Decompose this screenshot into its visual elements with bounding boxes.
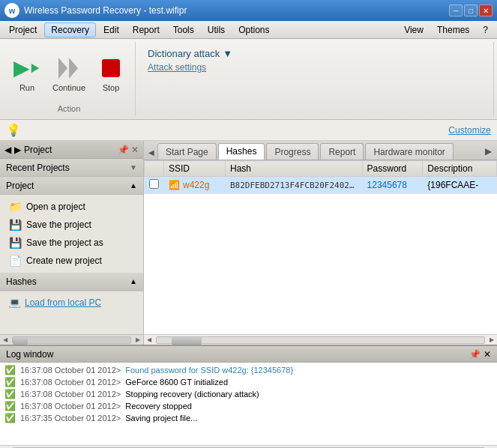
create-new-project-item[interactable]: 📄 Create new project — [0, 252, 143, 270]
load-icon: 💻 — [9, 297, 20, 308]
log-success-icon-4: ✅ — [4, 413, 16, 423]
menu-item-report[interactable]: Report — [127, 22, 166, 37]
menu-item-edit[interactable]: Edit — [97, 22, 125, 37]
load-from-pc-item[interactable]: 💻 Load from local PC — [0, 294, 143, 311]
h-scroll-left-btn[interactable]: ◀ — [144, 336, 154, 343]
panel-header: ◀ ▶ Project 📌 ✕ — [0, 141, 143, 159]
continue-button[interactable]: Continue — [48, 52, 90, 95]
row-checkbox-input[interactable] — [149, 179, 159, 189]
log-time-0: 16:37:08 October 01 2012> — [20, 366, 121, 375]
menu-item-recovery[interactable]: Recovery — [44, 22, 96, 37]
table-container[interactable]: SSID Hash Password Description 📶 w422g — [144, 160, 497, 334]
scroll-right-btn[interactable]: ▶ — [133, 336, 143, 344]
log-close-icon[interactable]: ✕ — [484, 349, 491, 360]
log-time-1: 16:37:08 October 01 2012> — [20, 378, 121, 387]
left-panel-scrollbar[interactable]: ◀ ▶ — [0, 334, 143, 345]
svg-rect-3 — [102, 59, 120, 77]
table-row[interactable]: 📶 w422g B82DFEBD2713F4FCB20F2402F0CD0...… — [145, 177, 497, 194]
maximize-button[interactable]: □ — [464, 4, 478, 16]
table-header-row: SSID Hash Password Description — [145, 161, 497, 177]
continue-icon — [55, 55, 82, 82]
row-checkbox[interactable] — [145, 177, 164, 194]
tab-hardware-monitor[interactable]: Hardware monitor — [365, 143, 453, 160]
open-project-item[interactable]: 📁 Open a project — [0, 198, 143, 216]
data-table: SSID Hash Password Description 📶 w422g — [144, 160, 497, 194]
run-button[interactable]: Run — [9, 52, 45, 95]
log-entry-2: ✅ 16:37:08 October 01 2012> Stopping rec… — [3, 388, 494, 400]
project-section-header[interactable]: Project ▲ — [0, 177, 143, 195]
svg-marker-0 — [31, 63, 40, 72]
minimize-button[interactable]: ─ — [449, 4, 463, 16]
tab-nav-next[interactable]: ▶ — [481, 143, 496, 160]
menu-item-help[interactable]: ? — [477, 22, 494, 37]
log-msg-2: Stopping recovery (dictionary attack) — [125, 390, 259, 399]
menu-item-project[interactable]: Project — [3, 22, 43, 37]
log-entry-4: ✅ 16:37:35 October 01 2012> Saving proje… — [3, 412, 494, 424]
scroll-left-btn[interactable]: ◀ — [0, 336, 10, 344]
log-time-2: 16:37:08 October 01 2012> — [20, 390, 121, 399]
h-scroll-right-btn[interactable]: ▶ — [487, 336, 497, 343]
project-section-content: 📁 Open a project 💾 Save the project 💾 Sa… — [0, 195, 143, 273]
recent-projects-arrow: ▼ — [130, 163, 137, 172]
hashes-section-content: 💻 Load from local PC — [0, 291, 143, 314]
recent-projects-label: Recent Projects — [6, 163, 70, 173]
hint-icon: 💡 — [6, 123, 21, 137]
wifi-icon: 📶 — [169, 180, 180, 190]
col-ssid: SSID — [164, 161, 226, 177]
menu-item-utils[interactable]: Utils — [202, 22, 231, 37]
panel-pin-icon[interactable]: 📌 — [118, 145, 129, 155]
tab-report[interactable]: Report — [320, 143, 364, 160]
stop-icon — [97, 55, 124, 82]
tab-nav-prev[interactable]: ◀ — [145, 145, 157, 160]
panel-nav-forward[interactable]: ▶ — [14, 145, 21, 155]
attack-settings-link[interactable]: Attack settings — [148, 62, 484, 73]
stop-button[interactable]: Stop — [93, 52, 129, 95]
col-checkbox — [145, 161, 164, 177]
save-project-label: Save the project — [26, 220, 91, 230]
new-project-icon: 📄 — [9, 255, 22, 267]
customize-label[interactable]: Customize — [448, 125, 491, 136]
save-project-as-item[interactable]: 💾 Save the project as — [0, 234, 143, 252]
attack-group: Dictionary attack ▼ Attack settings — [139, 42, 494, 116]
log-entry-1: ✅ 16:37:08 October 01 2012> GeForce 8600… — [3, 376, 494, 388]
h-scroll-track — [156, 336, 485, 344]
scroll-thumb[interactable] — [13, 337, 28, 345]
h-scroll-thumb[interactable] — [172, 337, 202, 345]
tab-progress[interactable]: Progress — [266, 143, 319, 160]
panel-title: Project — [24, 145, 52, 155]
row-hash: B82DFEBD2713F4FCB20F2402F0CD0... — [225, 177, 362, 194]
log-title: Log window — [6, 349, 53, 360]
log-h-scrollbar[interactable]: ◀ ▶ — [0, 445, 497, 448]
menu-item-options[interactable]: Options — [232, 22, 275, 37]
action-group: Run Continue Stop Action — [3, 42, 136, 116]
attack-dropdown-arrow[interactable]: ▼ — [223, 48, 232, 59]
panel-close-icon[interactable]: ✕ — [131, 145, 139, 155]
tab-start-page[interactable]: Start Page — [157, 143, 217, 160]
app-icon: w — [4, 3, 19, 18]
table-h-scrollbar[interactable]: ◀ ▶ — [144, 334, 497, 345]
window-controls: ─ □ ✕ — [449, 4, 493, 16]
recent-projects-header[interactable]: Recent Projects ▼ — [0, 159, 143, 177]
main-content: ◀ ▶ Project 📌 ✕ Recent Projects ▼ Projec… — [0, 141, 497, 345]
load-from-pc-label: Load from local PC — [25, 297, 101, 308]
menu-item-view[interactable]: View — [398, 22, 430, 37]
log-msg-1: GeForce 8600 GT initialized — [125, 378, 228, 387]
menu-item-tools[interactable]: Tools — [167, 22, 200, 37]
log-pin-icon[interactable]: 📌 — [469, 349, 481, 360]
log-header: Log window 📌 ✕ — [0, 346, 497, 363]
log-entry-0: ✅ 16:37:08 October 01 2012> Found passwo… — [3, 364, 494, 376]
close-button[interactable]: ✕ — [479, 4, 493, 16]
tab-hashes[interactable]: Hashes — [218, 143, 265, 160]
log-time-4: 16:37:35 October 01 2012> — [20, 414, 121, 423]
stop-label: Stop — [103, 83, 120, 92]
log-success-icon-3: ✅ — [4, 401, 16, 411]
svg-marker-1 — [58, 58, 67, 79]
attack-type-dropdown[interactable]: Dictionary attack ▼ — [148, 48, 484, 59]
save-project-item[interactable]: 💾 Save the project — [0, 216, 143, 234]
menu-item-themes[interactable]: Themes — [431, 22, 475, 37]
panel-nav-back[interactable]: ◀ — [4, 145, 11, 155]
title-bar: w Wireless Password Recovery - test.wifi… — [0, 0, 497, 21]
action-label: Action — [58, 101, 81, 113]
hashes-section-header[interactable]: Hashes ▲ — [0, 273, 143, 291]
folder-icon: 📁 — [9, 201, 22, 213]
